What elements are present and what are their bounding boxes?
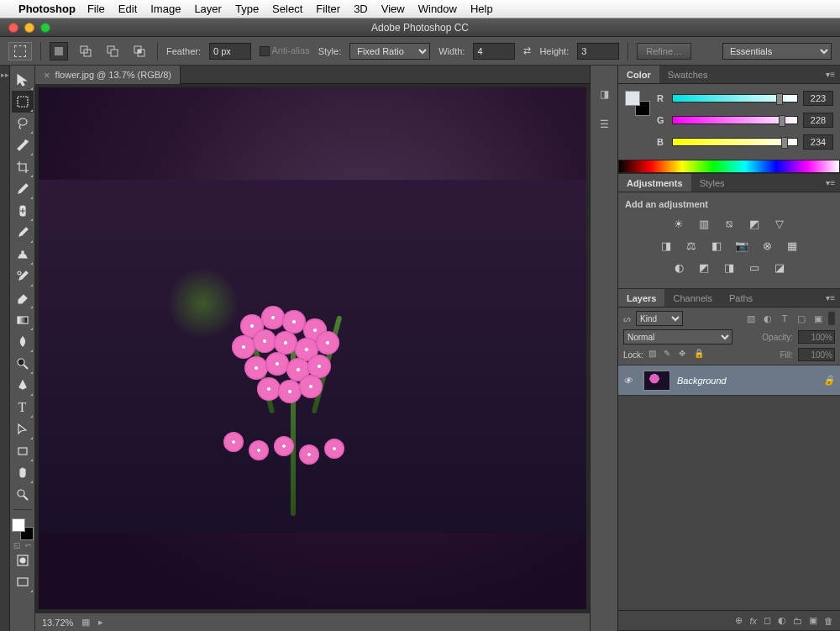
color-panel-swatches[interactable] bbox=[625, 91, 650, 116]
selective-color-icon[interactable]: ◪ bbox=[771, 260, 788, 275]
lock-transparent-icon[interactable]: ▨ bbox=[648, 349, 660, 360]
swap-colors-icon[interactable]: ⤺ bbox=[25, 541, 32, 549]
filter-type-icon[interactable]: T bbox=[778, 312, 791, 325]
filter-toggle-icon[interactable] bbox=[828, 312, 835, 325]
menu-view[interactable]: View bbox=[381, 3, 405, 15]
color-panel-menu-icon[interactable]: ▾≡ bbox=[821, 66, 840, 83]
lasso-tool[interactable] bbox=[12, 113, 34, 134]
healing-brush-tool[interactable] bbox=[12, 200, 34, 222]
menu-filter[interactable]: Filter bbox=[316, 3, 340, 15]
tab-swatches[interactable]: Swatches bbox=[659, 66, 717, 83]
menu-help[interactable]: Help bbox=[470, 3, 493, 15]
clone-stamp-tool[interactable] bbox=[12, 244, 34, 266]
layer-mask-icon[interactable]: ◻ bbox=[764, 615, 771, 626]
window-zoom-button[interactable] bbox=[40, 23, 50, 33]
b-slider[interactable] bbox=[672, 138, 798, 146]
brush-tool[interactable] bbox=[12, 222, 34, 244]
doc-info-arrow-icon[interactable]: ▸ bbox=[98, 617, 103, 628]
zoom-level[interactable]: 13.72% bbox=[42, 618, 73, 628]
color-ramp[interactable] bbox=[618, 160, 840, 173]
lock-position-icon[interactable]: ✥ bbox=[679, 349, 690, 360]
swap-wh-icon[interactable]: ⇄ bbox=[523, 45, 531, 56]
properties-panel-icon[interactable]: ☰ bbox=[596, 118, 612, 131]
tool-preset-picker[interactable] bbox=[8, 42, 32, 60]
refine-edge-button[interactable]: Refine… bbox=[637, 43, 691, 60]
menu-file[interactable]: File bbox=[87, 3, 105, 15]
menu-edit[interactable]: Edit bbox=[118, 3, 137, 15]
foreground-color-swatch-panel[interactable] bbox=[625, 91, 640, 106]
photo-filter-icon[interactable]: 📷 bbox=[733, 238, 750, 253]
g-slider[interactable] bbox=[672, 116, 798, 124]
g-input[interactable] bbox=[803, 113, 833, 128]
window-close-button[interactable] bbox=[8, 23, 18, 33]
left-collapse-strip[interactable]: ▸▸ bbox=[0, 66, 10, 631]
rectangle-tool[interactable] bbox=[12, 440, 34, 462]
filter-shape-icon[interactable]: ▢ bbox=[795, 312, 808, 325]
marquee-tool[interactable] bbox=[12, 91, 34, 113]
type-tool[interactable]: T bbox=[12, 397, 34, 418]
menu-layer[interactable]: Layer bbox=[194, 3, 222, 15]
hand-tool[interactable] bbox=[12, 462, 34, 484]
eyedropper-tool[interactable] bbox=[12, 178, 34, 200]
menu-type[interactable]: Type bbox=[235, 3, 259, 15]
magic-wand-tool[interactable] bbox=[12, 134, 34, 156]
filter-smart-icon[interactable]: ▣ bbox=[811, 312, 825, 325]
hue-saturation-icon[interactable]: ◨ bbox=[658, 238, 675, 253]
history-panel-icon[interactable]: ◨ bbox=[596, 87, 612, 101]
layer-row[interactable]: 👁 Background 🔒 bbox=[618, 365, 840, 396]
selection-new-icon[interactable] bbox=[50, 42, 68, 60]
color-balance-icon[interactable]: ⚖ bbox=[683, 238, 700, 253]
feather-input[interactable] bbox=[209, 43, 251, 60]
curves-icon[interactable]: ⧅ bbox=[721, 216, 738, 231]
selection-add-icon[interactable] bbox=[76, 42, 95, 60]
menu-image[interactable]: Image bbox=[150, 3, 181, 15]
lock-image-icon[interactable]: ✎ bbox=[664, 349, 675, 360]
color-lookup-icon[interactable]: ▦ bbox=[784, 238, 801, 253]
layer-name[interactable]: Background bbox=[677, 376, 727, 386]
selection-subtract-icon[interactable] bbox=[103, 42, 122, 60]
canvas[interactable] bbox=[39, 87, 586, 609]
move-tool[interactable] bbox=[12, 69, 34, 91]
link-layers-icon[interactable]: ⊕ bbox=[735, 615, 743, 626]
layers-panel-menu-icon[interactable]: ▾≡ bbox=[821, 289, 840, 307]
b-input[interactable] bbox=[803, 134, 833, 150]
history-brush-tool[interactable] bbox=[12, 266, 34, 287]
dodge-tool[interactable] bbox=[12, 353, 34, 375]
opacity-input[interactable] bbox=[798, 330, 835, 344]
blend-mode-select[interactable]: Normal bbox=[623, 329, 732, 344]
delete-layer-icon[interactable]: 🗑 bbox=[824, 616, 833, 626]
menu-select[interactable]: Select bbox=[272, 3, 302, 15]
layer-style-icon[interactable]: fx bbox=[749, 616, 757, 626]
document-tab[interactable]: × flower.jpg @ 13.7% (RGB/8) bbox=[35, 66, 181, 84]
r-input[interactable] bbox=[803, 91, 833, 106]
window-minimize-button[interactable] bbox=[24, 23, 34, 33]
fill-adjustment-layer-icon[interactable]: ◐ bbox=[778, 615, 786, 626]
blur-tool[interactable] bbox=[12, 331, 34, 353]
gradient-tool[interactable] bbox=[12, 309, 34, 331]
menu-window[interactable]: Window bbox=[418, 3, 457, 15]
fill-input[interactable] bbox=[798, 348, 835, 361]
width-input[interactable] bbox=[473, 43, 515, 60]
foreground-color-swatch[interactable] bbox=[12, 518, 25, 532]
zoom-tool[interactable] bbox=[12, 484, 34, 506]
pen-tool[interactable] bbox=[12, 375, 34, 397]
lock-all-icon[interactable]: 🔒 bbox=[694, 349, 706, 360]
r-slider[interactable] bbox=[672, 94, 798, 103]
exposure-icon[interactable]: ◩ bbox=[746, 216, 763, 231]
channel-mixer-icon[interactable]: ⊗ bbox=[759, 238, 775, 253]
levels-icon[interactable]: ▥ bbox=[696, 216, 712, 231]
new-layer-icon[interactable]: ▣ bbox=[809, 615, 817, 626]
workspace-switcher[interactable]: Essentials bbox=[722, 43, 832, 60]
adjustments-panel-menu-icon[interactable]: ▾≡ bbox=[821, 174, 840, 192]
brightness-contrast-icon[interactable]: ☀ bbox=[670, 216, 687, 231]
layer-group-icon[interactable]: 🗀 bbox=[793, 616, 802, 626]
tab-paths[interactable]: Paths bbox=[721, 289, 761, 307]
quick-mask-icon[interactable] bbox=[12, 549, 34, 571]
app-name[interactable]: Photoshop bbox=[18, 3, 76, 15]
selection-intersect-icon[interactable] bbox=[130, 42, 149, 60]
invert-icon[interactable]: ◐ bbox=[670, 260, 687, 275]
threshold-icon[interactable]: ◨ bbox=[721, 260, 738, 275]
posterize-icon[interactable]: ◩ bbox=[696, 260, 712, 275]
layer-visibility-icon[interactable]: 👁 bbox=[623, 376, 637, 386]
screen-mode-icon[interactable] bbox=[12, 571, 34, 593]
